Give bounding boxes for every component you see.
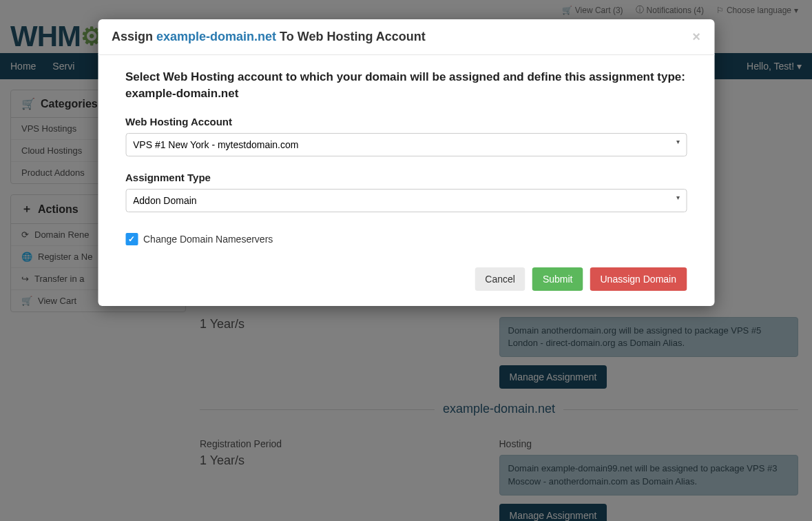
cancel-button[interactable]: Cancel — [475, 267, 525, 291]
close-button[interactable]: × — [692, 29, 700, 45]
account-select[interactable]: VPS #1 New York - mytestdomain.com — [125, 133, 687, 156]
assign-domain-modal: Assign example-domain.net To Web Hosting… — [98, 19, 714, 306]
account-label: Web Hosting Account — [125, 116, 687, 127]
assignment-type-select[interactable]: Addon Domain — [125, 189, 687, 212]
change-nameservers-label: Change Domain Nameservers — [143, 234, 273, 245]
change-nameservers-checkbox[interactable]: ✓ — [125, 233, 138, 245]
modal-title: Assign example-domain.net To Web Hosting… — [112, 30, 426, 44]
modal-title-suffix: To Web Hosting Account — [276, 30, 426, 43]
modal-title-domain: example-domain.net — [156, 30, 276, 43]
modal-title-prefix: Assign — [112, 30, 156, 43]
modal-instruction: Select Web Hosting account to which your… — [125, 69, 687, 102]
submit-button[interactable]: Submit — [532, 267, 583, 291]
assignment-type-label: Assignment Type — [125, 172, 687, 183]
unassign-button[interactable]: Unassign Domain — [590, 267, 687, 291]
